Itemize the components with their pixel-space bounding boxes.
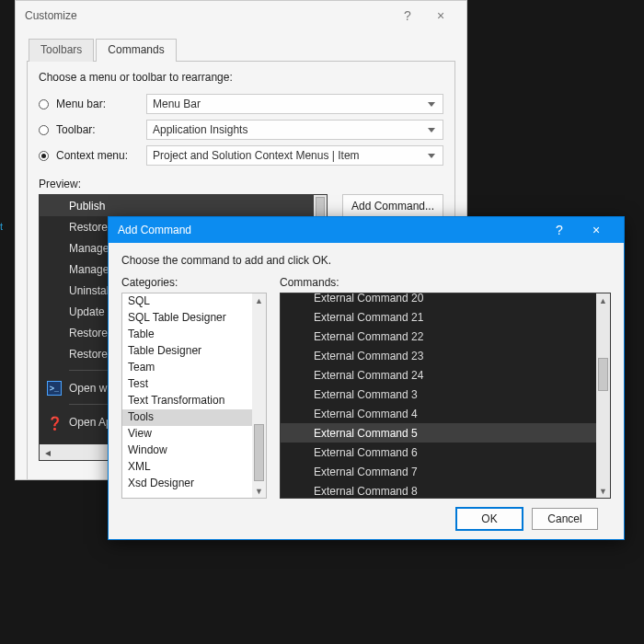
scroll-down-icon[interactable]: ▼ [252, 484, 266, 498]
radio-menubar[interactable] [39, 99, 49, 109]
category-item[interactable]: Table [122, 327, 252, 343]
add-command-title: Add Command [118, 224, 541, 236]
close-button[interactable]: × [578, 223, 615, 237]
command-item[interactable]: External Command 22 [281, 327, 596, 346]
category-item[interactable]: Xsd Designer [122, 476, 252, 492]
category-item[interactable]: Table Designer [122, 343, 252, 360]
category-item[interactable]: Text Transformation [122, 393, 252, 409]
category-item[interactable]: SQL [122, 293, 252, 310]
command-item[interactable]: External Command 21 [281, 307, 596, 327]
preview-item[interactable]: Publish [40, 195, 314, 216]
tab-strip: Toolbars Commands [29, 38, 455, 61]
question-icon: ❓ [47, 416, 60, 429]
command-item[interactable]: External Command 5 [281, 423, 596, 443]
category-item[interactable]: View [122, 426, 252, 443]
categories-scrollbar[interactable]: ▲ ▼ [252, 293, 266, 498]
radio-toolbar[interactable] [39, 125, 49, 135]
contextmenu-combo[interactable]: Project and Solution Context Menus | Ite… [146, 145, 443, 166]
categories-label: Categories: [121, 276, 267, 289]
commands-list[interactable]: External Command 20External Command 21Ex… [280, 293, 611, 499]
scroll-up-icon[interactable]: ▲ [252, 293, 266, 307]
commands-scrollbar[interactable]: ▲ ▼ [596, 293, 610, 498]
toolbar-combo[interactable]: Application Insights [146, 120, 443, 140]
commands-label: Commands: [280, 276, 611, 289]
preview-label: Preview: [39, 178, 443, 190]
powershell-icon: >_ [47, 381, 62, 396]
tab-toolbars[interactable]: Toolbars [29, 39, 94, 62]
ok-button[interactable]: OK [456, 508, 523, 530]
category-item[interactable]: Team [122, 360, 252, 376]
category-item[interactable]: SQL Table Designer [122, 310, 252, 327]
cancel-button[interactable]: Cancel [532, 508, 598, 530]
category-item[interactable]: Tools [122, 409, 252, 426]
command-item[interactable]: External Command 7 [281, 462, 596, 481]
truncated-text: t [0, 221, 3, 232]
command-item[interactable]: External Command 24 [281, 365, 596, 385]
command-item[interactable]: External Command 4 [281, 404, 596, 423]
tab-commands[interactable]: Commands [96, 39, 176, 62]
add-command-intro: Choose the command to add and click OK. [121, 254, 611, 267]
command-item[interactable]: External Command 20 [281, 293, 596, 307]
scroll-down-icon[interactable]: ▼ [596, 484, 610, 498]
categories-list[interactable]: SQLSQL Table DesignerTableTable Designer… [121, 293, 267, 499]
category-item[interactable]: Test [122, 376, 252, 393]
command-item[interactable]: External Command 8 [281, 481, 596, 499]
add-command-dialog: Add Command ? × Choose the command to ad… [108, 216, 625, 540]
customize-titlebar[interactable]: Customize ? × [16, 1, 466, 30]
command-item[interactable]: External Command 6 [281, 443, 596, 462]
command-item[interactable]: External Command 23 [281, 346, 596, 365]
category-item[interactable]: XML [122, 459, 252, 476]
category-item[interactable]: Window [122, 443, 252, 459]
menubar-label: Menu bar: [56, 98, 139, 110]
customize-title: Customize [25, 9, 391, 22]
radio-contextmenu[interactable] [39, 151, 49, 161]
add-command-button[interactable]: Add Command... [342, 194, 443, 218]
toolbar-label: Toolbar: [56, 123, 139, 136]
add-command-titlebar[interactable]: Add Command ? × [109, 217, 624, 243]
contextmenu-label: Context menu: [56, 149, 139, 162]
scroll-left-icon[interactable]: ◂ [40, 444, 55, 460]
help-button[interactable]: ? [541, 223, 578, 237]
rearrange-intro: Choose a menu or toolbar to rearrange: [39, 71, 443, 84]
menubar-combo[interactable]: Menu Bar [146, 94, 443, 114]
close-button[interactable]: × [424, 8, 457, 23]
command-item[interactable]: External Command 3 [281, 385, 596, 404]
scroll-up-icon[interactable]: ▲ [596, 293, 610, 307]
help-button[interactable]: ? [391, 8, 424, 23]
